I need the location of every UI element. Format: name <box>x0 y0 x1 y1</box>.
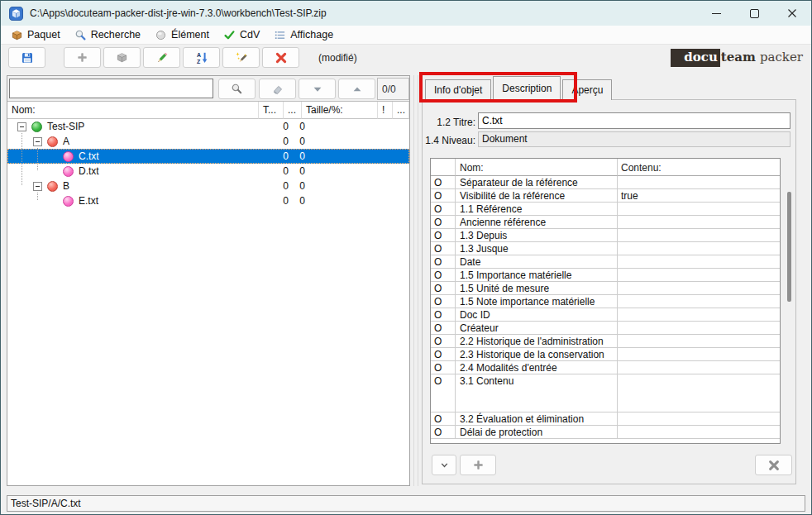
check-icon <box>223 29 236 41</box>
attribute-value[interactable]: true <box>618 189 780 203</box>
clear-search-button[interactable] <box>259 79 296 99</box>
tree-row[interactable]: D.txt00 <box>7 164 409 179</box>
metadata-row[interactable]: O3.1 Contenu <box>431 374 780 412</box>
maximize-button[interactable] <box>735 1 773 26</box>
metadata-row[interactable]: OVisibilité de la référencetrue <box>431 189 780 203</box>
find-previous-button[interactable] <box>338 79 375 99</box>
titlebar: C:\Apps\docuteam-packer-dist-jre-win-7.3… <box>1 1 811 26</box>
add-button[interactable] <box>64 47 101 68</box>
metadata-row[interactable]: O1.3 Depuis <box>431 229 780 242</box>
metadata-row[interactable]: ODoc ID <box>431 308 780 322</box>
header-cell-contenu: Contenu: <box>618 159 780 176</box>
close-button[interactable] <box>773 1 811 26</box>
edit-button[interactable] <box>143 47 180 68</box>
menu-cdv[interactable]: CdV <box>218 26 269 44</box>
metadata-row[interactable]: O1.5 Importance matérielle <box>431 269 780 282</box>
metadata-row[interactable]: O2.3 Historique de la conservation <box>431 348 780 361</box>
tab-description[interactable]: Description <box>493 76 561 101</box>
attribute-name: 1.5 Unité de mesure <box>456 282 618 295</box>
attribute-value[interactable] <box>618 361 780 374</box>
metadata-row[interactable]: O1.1 Référence <box>431 203 780 216</box>
search-input[interactable] <box>9 79 213 98</box>
attribute-value[interactable] <box>618 269 780 282</box>
row-marker: O <box>431 426 456 439</box>
tree-expander-icon[interactable] <box>17 122 26 131</box>
tree-expander-icon[interactable] <box>33 137 42 146</box>
row-marker: O <box>431 348 456 361</box>
metadata-row[interactable]: OSéparateur de la référence <box>431 176 780 189</box>
sort-button[interactable]: A Z <box>183 47 220 68</box>
remove-attribute-button[interactable] <box>755 455 792 475</box>
tree-column-header[interactable]: ... <box>284 102 302 119</box>
attribute-value[interactable] <box>618 374 780 412</box>
attribute-name: Séparateur de la référence <box>456 176 618 189</box>
attribute-value[interactable] <box>618 242 780 255</box>
menu-recherche[interactable]: Recherche <box>69 26 150 44</box>
add-attribute-button[interactable] <box>460 455 496 475</box>
table-filler <box>431 439 780 443</box>
metadata-row[interactable]: O1.3 Jusque <box>431 242 780 255</box>
tab-info-d-objet[interactable]: Info d'objet <box>425 79 491 100</box>
metadata-row[interactable]: O3.2 Évaluation et élimination <box>431 412 780 426</box>
save-button[interactable] <box>8 47 45 68</box>
panel-splitter[interactable] <box>413 75 418 486</box>
attribute-value[interactable] <box>618 229 780 242</box>
find-next-button[interactable] <box>299 79 336 99</box>
attribute-value[interactable] <box>618 348 780 361</box>
tree-row[interactable]: Test-SIP00 <box>7 119 409 134</box>
attribute-value[interactable] <box>618 295 780 308</box>
tree-row[interactable]: A00 <box>7 134 409 149</box>
minimize-button[interactable] <box>697 1 735 26</box>
metadata-row[interactable]: ODate <box>431 255 780 269</box>
search-button[interactable] <box>218 79 256 99</box>
node-pink-icon <box>63 196 74 207</box>
wand-button[interactable] <box>222 47 260 68</box>
attribute-value[interactable] <box>618 176 780 189</box>
metadata-row[interactable]: OAncienne référence <box>431 216 780 229</box>
tree-column-header[interactable]: T... <box>259 102 284 119</box>
tree-expander-icon[interactable] <box>33 182 42 191</box>
window-controls <box>697 1 811 26</box>
tree-column-header[interactable]: Nom: <box>7 102 259 119</box>
tree-row[interactable]: C.txt00 <box>7 149 409 164</box>
tree-column-header[interactable]: Taille/%: <box>302 102 378 119</box>
menu-element[interactable]: Élément <box>150 26 218 44</box>
metadata-row[interactable]: O2.4 Modalités d'entrée <box>431 361 780 374</box>
tree-row[interactable]: B00 <box>7 179 409 193</box>
package-button[interactable] <box>103 47 141 68</box>
window-title: C:\Apps\docuteam-packer-dist-jre-win-7.3… <box>30 7 327 19</box>
metadata-row[interactable]: ODélai de protection <box>431 426 780 439</box>
metadata-row[interactable]: O2.2 Historique de l'administration <box>431 335 780 348</box>
tree-body: Test-SIP00A00C.txt00D.txt00B00E.txt00 <box>7 119 409 208</box>
attribute-value[interactable] <box>618 322 780 335</box>
attribute-value[interactable] <box>618 426 780 439</box>
metadata-row[interactable]: OCréateur <box>431 322 780 335</box>
tree-row[interactable]: E.txt00 <box>7 193 409 208</box>
logo-team: team <box>720 49 756 67</box>
tree-column-header[interactable]: ... <box>393 102 409 119</box>
tree-branch: A <box>7 136 259 147</box>
row-marker: O <box>431 412 456 426</box>
attribute-dropdown[interactable] <box>432 455 456 475</box>
delete-button[interactable] <box>262 47 299 68</box>
attribute-value[interactable] <box>618 335 780 348</box>
attribute-value[interactable] <box>618 216 780 229</box>
metadata-row[interactable]: O1.5 Note importance matérielle <box>431 295 780 308</box>
list-icon <box>274 29 286 41</box>
attribute-value[interactable] <box>618 282 780 295</box>
tree-column-header[interactable]: ! <box>378 102 393 119</box>
tab-aper-u[interactable]: Aperçu <box>562 79 612 100</box>
logo-packer: packer <box>756 49 803 67</box>
attribute-value[interactable] <box>618 412 780 426</box>
menu-paquet[interactable]: Paquet <box>6 26 69 44</box>
menu-paquet-label: Paquet <box>27 29 60 41</box>
menu-affichage[interactable]: Affichage <box>269 26 342 44</box>
attribute-value[interactable] <box>618 308 780 322</box>
table-scrollbar[interactable] <box>784 175 795 440</box>
scrollbar-thumb[interactable] <box>787 192 791 302</box>
attribute-value[interactable] <box>618 203 780 216</box>
metadata-row[interactable]: O1.5 Unité de mesure <box>431 282 780 295</box>
attribute-value[interactable] <box>618 255 780 269</box>
node-value: 0 <box>292 121 306 132</box>
titre-input[interactable] <box>478 112 791 129</box>
